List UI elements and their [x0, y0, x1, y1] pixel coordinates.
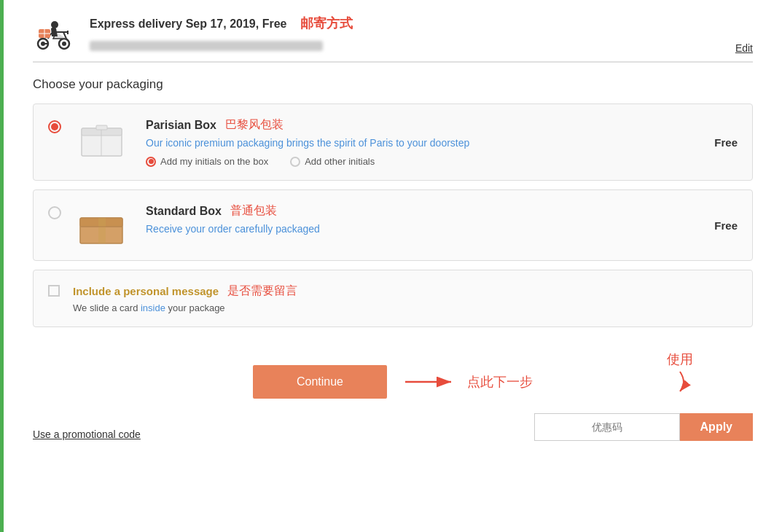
- svg-rect-16: [98, 218, 106, 243]
- continue-annotation: 点此下一步: [402, 371, 533, 393]
- parisian-box-details: Parisian Box 巴黎风包装 Our iconic premium pa…: [146, 117, 738, 167]
- personal-message-option[interactable]: Include a personal message 是否需要留言 We sli…: [33, 270, 753, 327]
- blurred-address: [90, 41, 323, 51]
- promo-section: Use a promotional code 使用 Apply: [33, 413, 753, 463]
- continue-area: Continue 点此下一步: [33, 343, 753, 413]
- standard-box-details: Standard Box 普通包装 Receive your order car…: [146, 203, 738, 242]
- other-initials-option[interactable]: Add other initials: [290, 156, 375, 167]
- continue-arrow-icon: [402, 371, 460, 393]
- packaging-section-title: Choose your packaging: [33, 77, 753, 92]
- standard-box-image: [74, 203, 133, 247]
- svg-point-3: [62, 42, 66, 46]
- personal-message-annotation: 是否需要留言: [227, 283, 297, 299]
- parisian-description: Our iconic premium packaging brings the …: [146, 137, 738, 149]
- page-wrapper: Express delivery Sep 17, 2019, Free 邮寄方式…: [0, 0, 782, 532]
- standard-box-name: Standard Box 普通包装: [146, 203, 738, 219]
- delivery-title-text: Express delivery: [90, 17, 182, 30]
- my-initials-radio[interactable]: [146, 157, 156, 167]
- delivery-section: Express delivery Sep 17, 2019, Free 邮寄方式…: [33, 0, 753, 63]
- next-step-text: 点此下一步: [467, 373, 533, 391]
- promo-link[interactable]: Use a promotional code: [33, 429, 141, 440]
- edit-link[interactable]: Edit: [735, 42, 753, 54]
- delivery-date: Sep 17, 2019, Free: [186, 17, 290, 30]
- standard-box-option[interactable]: Standard Box 普通包装 Receive your order car…: [33, 189, 753, 261]
- other-initials-radio[interactable]: [290, 157, 300, 167]
- initials-options: Add my initials on the box Add other ini…: [146, 156, 738, 167]
- use-annotation-text: 使用: [667, 351, 693, 368]
- personal-message-desc: We slide a card inside your package: [73, 302, 297, 313]
- parisian-box-name: Parisian Box 巴黎风包装: [146, 117, 738, 133]
- delivery-annotation: 邮寄方式: [300, 16, 353, 31]
- use-annotation-area: 使用: [665, 351, 695, 397]
- my-initials-label: Add my initials on the box: [160, 156, 268, 167]
- svg-rect-13: [96, 125, 107, 130]
- main-content: Express delivery Sep 17, 2019, Free 邮寄方式…: [4, 0, 782, 463]
- personal-message-title: Include a personal message 是否需要留言: [73, 283, 297, 299]
- standard-radio[interactable]: [48, 206, 61, 219]
- parisian-radio[interactable]: [48, 120, 61, 133]
- use-arrow-icon: [665, 368, 695, 397]
- parisian-box-image: [74, 117, 133, 161]
- progress-bar-left: [0, 0, 4, 532]
- other-initials-label: Add other initials: [305, 156, 375, 167]
- promo-input-container: Apply: [534, 413, 753, 441]
- promo-code-input[interactable]: [534, 413, 680, 441]
- continue-button[interactable]: Continue: [253, 365, 387, 399]
- parisian-annotation: 巴黎风包装: [225, 117, 284, 133]
- personal-message-checkbox[interactable]: [48, 285, 60, 297]
- delivery-icon: [33, 17, 77, 53]
- my-initials-option[interactable]: Add my initials on the box: [146, 156, 268, 167]
- standard-description: Receive your order carefully packaged: [146, 223, 738, 235]
- delivery-info: Express delivery Sep 17, 2019, Free 邮寄方式: [90, 15, 753, 54]
- standard-annotation: 普通包装: [230, 203, 277, 219]
- apply-button[interactable]: Apply: [680, 413, 753, 441]
- svg-point-6: [51, 21, 58, 28]
- parisian-box-option[interactable]: Parisian Box 巴黎风包装 Our iconic premium pa…: [33, 103, 753, 181]
- personal-message-details: Include a personal message 是否需要留言 We sli…: [73, 283, 297, 313]
- packaging-section: Choose your packaging Pari: [33, 63, 753, 343]
- delivery-title: Express delivery Sep 17, 2019, Free 邮寄方式: [90, 15, 753, 32]
- standard-price: Free: [714, 219, 738, 232]
- parisian-price: Free: [714, 136, 738, 149]
